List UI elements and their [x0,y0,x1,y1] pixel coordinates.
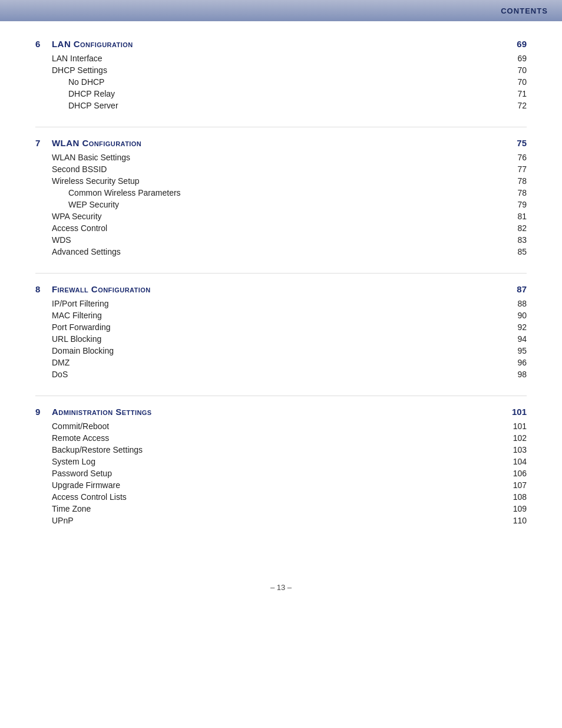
toc-entry-title: MAC Filtering [52,311,503,320]
toc-entry-title: DHCP Settings [52,65,503,75]
toc-entry-title: Wireless Security Setup [52,176,503,186]
toc-entry-page: 110 [503,516,527,525]
toc-entry-title: LAN Interface [52,54,503,63]
toc-entry-page: 82 [503,223,527,233]
toc-entry-page: 76 [503,153,527,162]
toc-entry-page: 79 [503,200,527,209]
toc-entry: URL Blocking94 [35,334,527,344]
toc-entry-title: Advanced Settings [52,247,503,256]
toc-entry-title: DHCP Server [68,101,503,110]
chapter-page-9: 101 [503,407,527,417]
toc-content: 6LAN Configuration69LAN Interface69DHCP … [0,21,562,565]
toc-entry: Wireless Security Setup78 [35,176,527,186]
toc-entry-page: 96 [503,358,527,367]
toc-entry-page: 83 [503,235,527,245]
toc-entry-title: WEP Security [68,200,503,209]
toc-chapter-9: 9Administration Settings101 [35,407,527,417]
toc-section-9: 9Administration Settings101Commit/Reboot… [35,396,527,525]
toc-entry-page: 94 [503,334,527,344]
toc-entry: Time Zone109 [35,504,527,513]
toc-entry: Commit/Reboot101 [35,421,527,431]
toc-entry-page: 90 [503,311,527,320]
toc-entry-page: 71 [503,89,527,98]
toc-entry: Access Control82 [35,223,527,233]
toc-entry-title: DHCP Relay [68,89,503,98]
toc-entry: Backup/Restore Settings103 [35,445,527,454]
toc-entry-page: 103 [503,445,527,454]
toc-entry: Remote Access102 [35,433,527,443]
toc-entry-title: DMZ [52,358,503,367]
toc-entry: DMZ96 [35,358,527,367]
toc-entry: DHCP Relay71 [35,89,527,98]
toc-entry-page: 101 [503,421,527,431]
toc-entry-page: 109 [503,504,527,513]
page-number: – 13 – [270,583,292,592]
toc-entry-page: 78 [503,176,527,186]
toc-entry-title: Upgrade Firmware [52,480,503,490]
toc-entry-title: WLAN Basic Settings [52,153,503,162]
toc-entry: Domain Blocking95 [35,346,527,355]
toc-entry-page: 92 [503,322,527,332]
toc-entry-title: Port Forwarding [52,322,503,332]
toc-chapter-7: 7WLAN Configuration75 [35,138,527,148]
toc-entry: MAC Filtering90 [35,311,527,320]
toc-section-8: 8Firewall Configuration87IP/Port Filteri… [35,273,527,379]
toc-entry: System Log104 [35,457,527,466]
chapter-num-6: 6 [35,39,52,49]
toc-entry-title: Common Wireless Parameters [68,188,503,197]
toc-entry: Access Control Lists108 [35,492,527,502]
toc-entry-title: UPnP [52,516,503,525]
toc-entry-title: Password Setup [52,469,503,478]
toc-chapter-8: 8Firewall Configuration87 [35,284,527,294]
toc-entry: No DHCP70 [35,77,527,87]
toc-entry: LAN Interface69 [35,54,527,63]
toc-entry: Password Setup106 [35,469,527,478]
toc-entry-page: 72 [503,101,527,110]
toc-entry-title: DoS [52,370,503,379]
chapter-title-8: Firewall Configuration [52,284,503,294]
toc-entry-page: 95 [503,346,527,355]
toc-entry-title: Second BSSID [52,164,503,174]
header-title: Contents [501,6,548,15]
toc-chapter-6: 6LAN Configuration69 [35,39,527,49]
toc-entry-page: 78 [503,188,527,197]
chapter-page-7: 75 [503,138,527,148]
toc-entry-title: Access Control [52,223,503,233]
chapter-num-8: 8 [35,284,52,294]
toc-entry-title: Commit/Reboot [52,421,503,431]
toc-section-6: 6LAN Configuration69LAN Interface69DHCP … [35,39,527,110]
chapter-title-7: WLAN Configuration [52,138,503,148]
toc-entry-page: 70 [503,77,527,87]
toc-entry-page: 102 [503,433,527,443]
header-bar: Contents [0,0,562,21]
toc-entry-page: 98 [503,370,527,379]
toc-entry-page: 77 [503,164,527,174]
toc-entry: Advanced Settings85 [35,247,527,256]
toc-entry: DoS98 [35,370,527,379]
toc-entry: WPA Security81 [35,212,527,221]
chapter-title-9: Administration Settings [52,407,503,417]
toc-entry-page: 70 [503,65,527,75]
toc-entry: Common Wireless Parameters78 [35,188,527,197]
toc-entry-page: 107 [503,480,527,490]
toc-entry-page: 106 [503,469,527,478]
toc-entry-title: WPA Security [52,212,503,221]
toc-entry-page: 104 [503,457,527,466]
toc-entry: WEP Security79 [35,200,527,209]
toc-entry-page: 88 [503,299,527,308]
toc-entry: Port Forwarding92 [35,322,527,332]
toc-entry-title: No DHCP [68,77,503,87]
toc-entry-title: Backup/Restore Settings [52,445,503,454]
chapter-num-7: 7 [35,138,52,148]
toc-entry: Second BSSID77 [35,164,527,174]
toc-entry-title: System Log [52,457,503,466]
toc-entry-title: Time Zone [52,504,503,513]
toc-entry-title: Domain Blocking [52,346,503,355]
toc-entry: DHCP Settings70 [35,65,527,75]
toc-entry-page: 108 [503,492,527,502]
toc-entry-title: Access Control Lists [52,492,503,502]
chapter-page-8: 87 [503,284,527,294]
footer: – 13 – [0,583,562,604]
toc-entry: Upgrade Firmware107 [35,480,527,490]
toc-entry-title: Remote Access [52,433,503,443]
